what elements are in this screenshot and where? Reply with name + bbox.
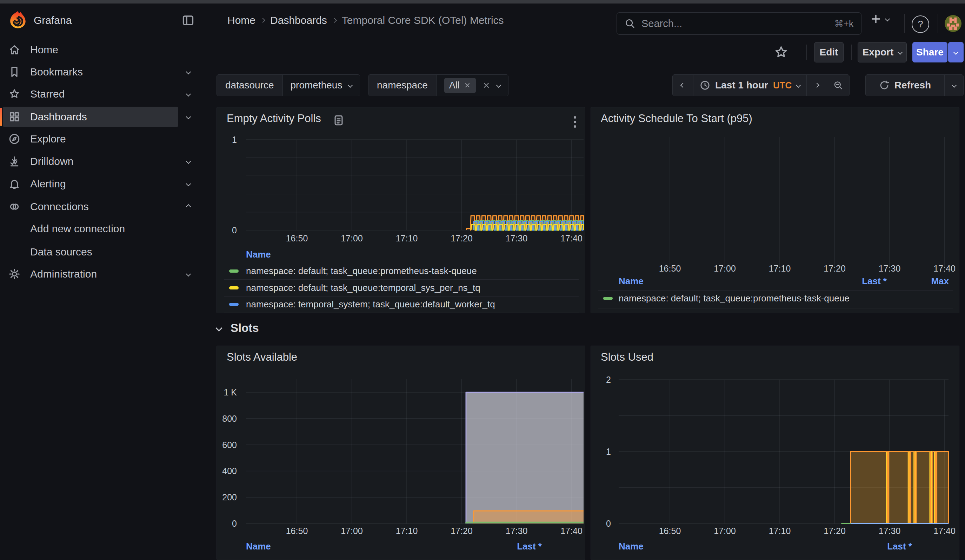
time-range-label: Last 1 hour: [715, 80, 768, 91]
chevron-right-icon: [815, 83, 819, 88]
legend-header-last[interactable]: Last *: [887, 541, 912, 552]
sidebar-item-highlight: [3, 107, 178, 127]
legend-header-last[interactable]: Last *: [862, 276, 887, 287]
legend-header-name[interactable]: Name: [619, 276, 644, 287]
datasource-selected: prometheus: [291, 80, 342, 91]
sidebar-item-label: Home: [30, 40, 58, 60]
chevron-down-icon[interactable]: [186, 70, 191, 74]
clock-icon: [700, 80, 710, 90]
chevron-down-icon[interactable]: [186, 159, 191, 164]
search-icon: [625, 18, 635, 29]
sidebar-item-administration[interactable]: Administration: [0, 264, 205, 284]
export-button[interactable]: Export: [858, 42, 907, 62]
chevron-up-icon[interactable]: [186, 204, 191, 209]
svg-text:17:30: 17:30: [879, 526, 901, 536]
section-row-slots[interactable]: Slots: [216, 318, 259, 339]
zoom-out-button[interactable]: [827, 75, 849, 96]
sidebar-item-add-new-connection[interactable]: Add new connection: [0, 219, 205, 239]
header-divider: [904, 14, 904, 33]
legend-series-name[interactable]: namespace: default; task_queue:prometheu…: [619, 293, 850, 304]
legend-series-name-clipped[interactable]: namespace: default; task_queue:prometheu…: [619, 558, 850, 560]
active-indicator: [0, 108, 2, 126]
sidebar-item-starred[interactable]: Starred: [0, 84, 205, 104]
svg-text:0: 0: [232, 225, 237, 235]
sidebar-item-label: Dashboards: [30, 107, 87, 127]
time-range-picker[interactable]: Last 1 hour UTC: [693, 75, 806, 96]
section-collapse-icon: [216, 325, 222, 331]
clear-all-icon[interactable]: [482, 81, 491, 90]
legend-series-name[interactable]: namespace: default; task_queue:temporal_…: [246, 282, 481, 293]
legend-series-name-clipped[interactable]: namespace: default; task_queue:prometheu…: [246, 558, 477, 560]
sidebar-item-highlight: [3, 40, 178, 60]
svg-text:17:10: 17:10: [396, 526, 418, 536]
home-icon: [8, 44, 20, 56]
namespace-chip[interactable]: All: [444, 78, 476, 93]
star-dashboard-icon[interactable]: [774, 45, 788, 59]
sidebar-item-label: Administration: [30, 264, 97, 284]
legend-header-name[interactable]: Name: [246, 541, 271, 552]
sidebar-item-label: Bookmarks: [30, 62, 83, 82]
share-button[interactable]: Share: [913, 42, 947, 62]
refresh-interval-button[interactable]: [944, 75, 963, 96]
legend-series-name[interactable]: namespace: default; task_queue:prometheu…: [246, 266, 477, 276]
sidebar-item-bookmarks[interactable]: Bookmarks: [0, 62, 205, 82]
legend-header-name[interactable]: Name: [619, 541, 644, 552]
sidebar-item-dashboards[interactable]: Dashboards: [0, 107, 205, 127]
svg-text:1: 1: [606, 447, 611, 457]
breadcrumb-item: Temporal Core SDK (OTel) Metrics: [342, 15, 504, 26]
breadcrumb-item[interactable]: Home: [227, 15, 255, 26]
time-shift-forward-button[interactable]: [806, 75, 827, 96]
refresh-button[interactable]: Refresh: [866, 75, 944, 96]
sidebar-item-explore[interactable]: Explore: [0, 129, 205, 149]
legend-header-last[interactable]: Last *: [517, 541, 542, 552]
svg-text:2: 2: [606, 375, 611, 385]
plus-icon: [870, 13, 882, 25]
remove-chip-icon[interactable]: [464, 82, 471, 89]
search-input[interactable]: [641, 18, 829, 30]
sidebar-item-data-sources[interactable]: Data sources: [0, 242, 205, 262]
svg-text:800: 800: [222, 414, 237, 423]
slots-used-chart: 16:5017:0017:1017:2017:3017:40012: [591, 346, 959, 560]
refresh-icon: [879, 80, 890, 90]
bell-icon: [8, 178, 20, 190]
edit-button[interactable]: Edit: [814, 42, 844, 62]
svg-text:17:40: 17:40: [560, 526, 582, 536]
svg-text:17:30: 17:30: [505, 233, 528, 243]
svg-text:0: 0: [232, 519, 237, 528]
breadcrumb-item[interactable]: Dashboards: [270, 15, 327, 26]
add-menu-button[interactable]: [870, 13, 889, 25]
legend-header-name[interactable]: Name: [246, 249, 271, 260]
chevron-down-icon: [348, 83, 353, 88]
time-shift-back-button[interactable]: [673, 75, 693, 96]
sidebar-item-drilldown[interactable]: Drilldown: [0, 151, 205, 171]
panel-slots-available: Slots Available 16:5017:0017:1017:2017:3…: [216, 346, 585, 560]
sidebar-item-connections[interactable]: Connections: [0, 196, 205, 217]
chevron-down-icon[interactable]: [186, 114, 191, 119]
toolbar-divider: [806, 44, 807, 60]
share-menu-button[interactable]: [948, 42, 963, 62]
search-box[interactable]: ⌘+k: [617, 12, 862, 35]
dock-sidebar-icon[interactable]: [182, 14, 195, 27]
sidebar-item-label: Connections: [30, 196, 89, 217]
chevron-down-icon[interactable]: [186, 181, 191, 186]
sidebar-item-label: Alerting: [30, 174, 66, 194]
datasource-filter-value[interactable]: prometheus: [283, 75, 360, 96]
legend-series-name[interactable]: namespace: temporal_system; task_queue:d…: [246, 299, 495, 310]
svg-text:200: 200: [222, 492, 237, 502]
sidebar-item-alerting[interactable]: Alerting: [0, 174, 205, 194]
legend-header-max[interactable]: Max: [931, 276, 949, 287]
panel-empty-activity-polls: Empty Activity Polls 16:5017:0017:1017:2…: [216, 107, 585, 313]
user-avatar[interactable]: [945, 15, 962, 32]
chevron-down-icon[interactable]: [186, 91, 191, 96]
namespace-filter-value[interactable]: All: [436, 75, 508, 96]
app-header: Grafana HomeDashboardsTemporal Core SDK …: [0, 3, 965, 37]
chevron-down-icon[interactable]: [186, 272, 191, 276]
svg-text:17:30: 17:30: [879, 263, 901, 273]
sidebar-item-highlight: [3, 84, 178, 104]
svg-text:400: 400: [222, 466, 237, 476]
sidebar-item-highlight: [3, 196, 178, 217]
help-button[interactable]: ?: [912, 15, 929, 33]
svg-text:17:40: 17:40: [560, 233, 582, 243]
sidebar-item-home[interactable]: Home: [0, 40, 205, 60]
compass-icon: [8, 133, 20, 145]
